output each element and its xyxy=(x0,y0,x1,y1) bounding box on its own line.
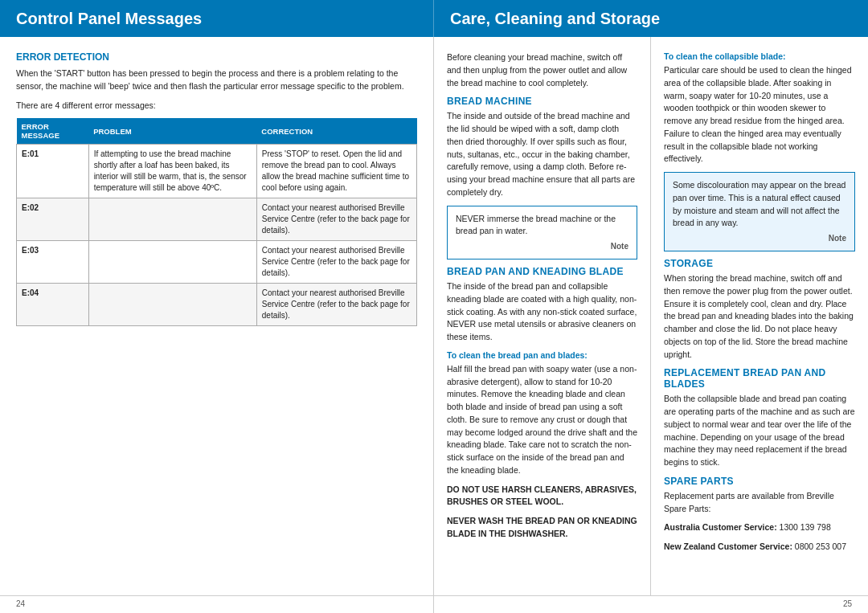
immerse-note-box: NEVER immerse the bread machine or the b… xyxy=(447,206,637,260)
left-panel: ERROR DETECTION When the 'START' button … xyxy=(0,37,434,595)
mid-panel: Before cleaning your bread machine, swit… xyxy=(434,37,651,595)
collapsible-text: Particular care should be used to clean … xyxy=(664,64,855,166)
problem-cell xyxy=(88,198,256,241)
nz-service: New Zealand Customer Service: 0800 253 0… xyxy=(664,541,855,554)
bread-machine-title: BREAD MACHINE xyxy=(447,96,637,107)
table-row: E:04Contact your nearest authorised Brev… xyxy=(17,284,417,326)
discolouration-text: Some discolouration may appear on the br… xyxy=(673,180,845,227)
clean-bread-text: Half fill the bread pan with soapy water… xyxy=(447,363,637,477)
error-code-cell: E:02 xyxy=(17,198,89,241)
spare-parts-title: SPARE PARTS xyxy=(664,476,855,487)
main-content: ERROR DETECTION When the 'START' button … xyxy=(0,37,868,595)
storage-title: STORAGE xyxy=(664,258,855,269)
correction-cell: Contact your nearest authorised Breville… xyxy=(256,241,416,284)
aus-number: 1300 139 798 xyxy=(780,522,831,532)
error-table: ErrorMessage Problem Correction E:01If a… xyxy=(16,118,417,326)
right-panel: Before cleaning your bread machine, swit… xyxy=(434,37,868,595)
nz-number: 0800 253 007 xyxy=(795,541,846,551)
note-label: Note xyxy=(456,240,628,252)
highlight-note-label: Note xyxy=(673,232,846,244)
error-count-text: There are 4 different error messages: xyxy=(16,100,417,112)
collapsible-blade-title: To clean the collapsible blade: xyxy=(664,51,855,61)
replacement-text: Both the collapsible blade and bread pan… xyxy=(664,393,855,469)
correction-cell: Contact your nearest authorised Breville… xyxy=(256,198,416,241)
aus-service: Australia Customer Service: 1300 139 798 xyxy=(664,521,855,534)
table-row: E:02Contact your nearest authorised Brev… xyxy=(17,198,417,241)
error-code-cell: E:04 xyxy=(17,284,89,326)
page-header: Control Panel Messages Care, Cleaning an… xyxy=(0,0,868,37)
problem-cell xyxy=(88,241,256,284)
footer-page-left: 24 xyxy=(0,596,434,613)
page-footer: 24 25 xyxy=(0,595,868,613)
col-error-message: ErrorMessage xyxy=(17,118,89,145)
far-right-panel: To clean the collapsible blade: Particul… xyxy=(651,37,868,595)
bread-machine-text: The inside and outside of the bread mach… xyxy=(447,110,637,198)
discolouration-note: Some discolouration may appear on the br… xyxy=(664,172,855,251)
spare-parts-text: Replacement parts are available from Bre… xyxy=(664,490,855,516)
warning1: DO NOT USE HARSH CLEANERS, ABRASIVES, BR… xyxy=(447,484,637,509)
footer-page-right: 25 xyxy=(434,596,868,613)
header-right-title: Care, Cleaning and Storage xyxy=(434,0,868,37)
error-intro-text: When the 'START' button has been pressed… xyxy=(16,67,417,93)
clean-bread-subtitle: To clean the bread pan and blades: xyxy=(447,350,637,360)
replacement-title: REPLACEMENT BREAD PAN AND BLADES xyxy=(664,367,855,390)
error-code-cell: E:01 xyxy=(17,145,89,198)
problem-cell xyxy=(88,284,256,326)
nz-label: New Zealand Customer Service: xyxy=(664,541,795,551)
warning2: NEVER WASH THE BREAD PAN OR KNEADING BLA… xyxy=(447,515,637,541)
col-correction: Correction xyxy=(256,118,416,145)
table-row: E:01If attempting to use the bread machi… xyxy=(17,145,417,198)
error-detection-title: ERROR DETECTION xyxy=(16,51,417,63)
error-code-cell: E:03 xyxy=(17,241,89,284)
correction-cell: Contact your nearest authorised Breville… xyxy=(256,284,416,326)
immerse-note-text: NEVER immerse the bread machine or the b… xyxy=(456,214,616,236)
bread-pan-title: BREAD PAN AND KNEADING BLADE xyxy=(447,266,637,277)
header-left-title: Control Panel Messages xyxy=(0,0,434,37)
table-row: E:03Contact your nearest authorised Brev… xyxy=(17,241,417,284)
correction-cell: Press 'STOP' to reset. Open the lid and … xyxy=(256,145,416,198)
storage-text: When storing the bread machine, switch o… xyxy=(664,272,855,361)
col-problem: Problem xyxy=(88,118,256,145)
problem-cell: If attempting to use the bread machine s… xyxy=(88,145,256,198)
cleaning-intro: Before cleaning your bread machine, swit… xyxy=(447,51,637,89)
bread-pan-text: The inside of the bread pan and collapsi… xyxy=(447,280,637,344)
aus-label: Australia Customer Service: xyxy=(664,522,780,532)
